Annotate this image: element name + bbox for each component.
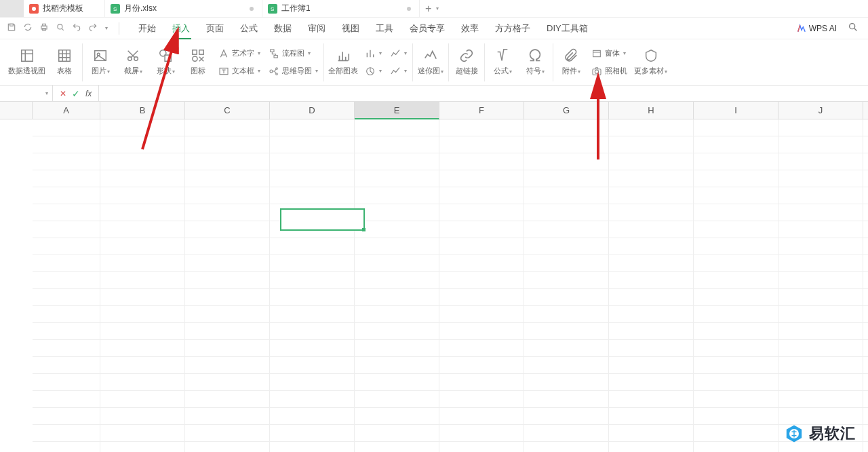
menu-formula[interactable]: 公式 bbox=[232, 18, 266, 39]
cell[interactable] bbox=[185, 153, 270, 170]
cell[interactable] bbox=[100, 170, 185, 187]
cell[interactable] bbox=[439, 306, 524, 323]
cell[interactable] bbox=[524, 391, 609, 408]
cell[interactable] bbox=[694, 289, 778, 306]
cell[interactable] bbox=[694, 391, 778, 408]
cell[interactable] bbox=[439, 187, 524, 204]
cell[interactable] bbox=[33, 408, 100, 425]
cell[interactable] bbox=[355, 187, 439, 204]
menu-member[interactable]: 会员专享 bbox=[401, 18, 453, 39]
cell[interactable] bbox=[100, 136, 185, 153]
cell[interactable] bbox=[100, 255, 185, 272]
cell[interactable] bbox=[863, 340, 868, 357]
cell[interactable] bbox=[863, 425, 868, 442]
cell[interactable] bbox=[439, 374, 524, 391]
cell[interactable] bbox=[100, 391, 185, 408]
cell[interactable] bbox=[863, 255, 868, 272]
save-icon[interactable] bbox=[7, 22, 16, 35]
cell[interactable] bbox=[524, 238, 609, 255]
col-header[interactable]: A bbox=[33, 102, 100, 119]
cell[interactable] bbox=[524, 408, 609, 425]
cell[interactable] bbox=[609, 391, 694, 408]
menu-page[interactable]: 页面 bbox=[198, 18, 232, 39]
cell[interactable] bbox=[778, 238, 863, 255]
cell[interactable] bbox=[524, 306, 609, 323]
cell[interactable] bbox=[524, 425, 609, 442]
cell[interactable] bbox=[439, 221, 524, 238]
symbol-button[interactable]: 符号▾ bbox=[521, 48, 549, 76]
tab-file-2[interactable]: S 工作簿1 bbox=[262, 0, 420, 17]
cell[interactable] bbox=[270, 323, 355, 340]
cell[interactable] bbox=[33, 374, 100, 391]
chart-type-1-button[interactable]: ▾ bbox=[363, 47, 383, 60]
cell[interactable] bbox=[778, 306, 863, 323]
col-header[interactable]: D bbox=[270, 102, 355, 119]
cell[interactable] bbox=[100, 306, 185, 323]
cell[interactable] bbox=[863, 408, 868, 425]
cell[interactable] bbox=[439, 323, 524, 340]
hyperlink-button[interactable]: 超链接 bbox=[453, 48, 480, 76]
cell[interactable] bbox=[694, 323, 778, 340]
cell[interactable] bbox=[33, 170, 100, 187]
cell[interactable] bbox=[778, 391, 863, 408]
cancel-icon[interactable]: ✕ bbox=[60, 89, 66, 98]
cell[interactable] bbox=[33, 204, 100, 221]
cell[interactable] bbox=[609, 340, 694, 357]
cell[interactable] bbox=[863, 119, 868, 136]
cell[interactable] bbox=[778, 374, 863, 391]
cell[interactable] bbox=[355, 323, 439, 340]
cell[interactable] bbox=[439, 425, 524, 442]
cell[interactable] bbox=[439, 136, 524, 153]
cell[interactable] bbox=[185, 391, 270, 408]
equation-button[interactable]: 公式▾ bbox=[489, 48, 516, 76]
tab-template[interactable]: 找稻壳模板 bbox=[24, 0, 105, 17]
cell[interactable] bbox=[778, 221, 863, 238]
cell[interactable] bbox=[694, 204, 778, 221]
cell[interactable] bbox=[355, 255, 439, 272]
col-header[interactable]: F bbox=[439, 102, 524, 119]
cell[interactable] bbox=[185, 272, 270, 289]
cell[interactable] bbox=[863, 357, 868, 374]
cell[interactable] bbox=[185, 238, 270, 255]
cell[interactable] bbox=[355, 374, 439, 391]
cell[interactable] bbox=[100, 408, 185, 425]
name-box[interactable]: ▾ bbox=[0, 86, 53, 101]
cell[interactable] bbox=[524, 187, 609, 204]
cell[interactable] bbox=[609, 221, 694, 238]
cell[interactable] bbox=[863, 442, 868, 452]
col-header[interactable]: H bbox=[609, 102, 694, 119]
cell[interactable] bbox=[270, 272, 355, 289]
cell[interactable] bbox=[185, 425, 270, 442]
cell[interactable] bbox=[609, 357, 694, 374]
spreadsheet[interactable]: A B C D E F G H I J K bbox=[0, 102, 868, 452]
redo-icon[interactable] bbox=[88, 22, 98, 35]
cell[interactable] bbox=[609, 408, 694, 425]
cell[interactable] bbox=[270, 425, 355, 442]
sparkline-button[interactable]: 迷你图▾ bbox=[417, 48, 444, 76]
cell[interactable] bbox=[100, 340, 185, 357]
cell[interactable] bbox=[609, 289, 694, 306]
fx-icon[interactable]: fx bbox=[85, 89, 92, 98]
cell[interactable] bbox=[778, 323, 863, 340]
cell[interactable] bbox=[100, 289, 185, 306]
cell[interactable] bbox=[355, 153, 439, 170]
cell[interactable] bbox=[609, 323, 694, 340]
cell[interactable] bbox=[863, 136, 868, 153]
cell[interactable] bbox=[524, 221, 609, 238]
cell[interactable] bbox=[100, 204, 185, 221]
cell[interactable] bbox=[524, 255, 609, 272]
cell[interactable] bbox=[694, 187, 778, 204]
cell[interactable] bbox=[609, 187, 694, 204]
textbox-button[interactable]: 文本框▾ bbox=[217, 64, 262, 78]
cell[interactable] bbox=[863, 221, 868, 238]
cell[interactable] bbox=[778, 136, 863, 153]
cell[interactable] bbox=[524, 289, 609, 306]
cell[interactable] bbox=[270, 204, 355, 221]
cell[interactable] bbox=[778, 255, 863, 272]
cell[interactable] bbox=[185, 340, 270, 357]
cell[interactable] bbox=[524, 136, 609, 153]
cell[interactable] bbox=[185, 306, 270, 323]
cell[interactable] bbox=[609, 255, 694, 272]
cell[interactable] bbox=[609, 136, 694, 153]
col-header[interactable]: I bbox=[694, 102, 778, 119]
